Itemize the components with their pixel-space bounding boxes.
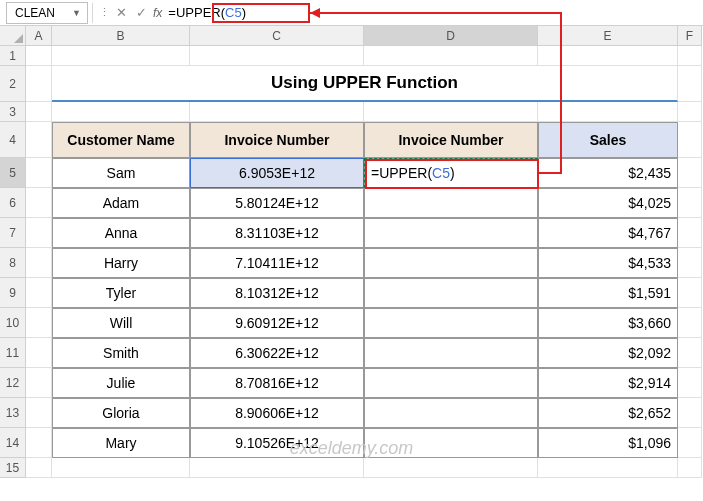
table-cell-blank[interactable]	[364, 428, 538, 458]
table-cell-name[interactable]: Smith	[52, 338, 190, 368]
cell[interactable]	[678, 218, 702, 248]
row-header[interactable]: 7	[0, 218, 26, 248]
more-icon[interactable]: ⋮	[99, 6, 109, 19]
cell[interactable]	[538, 458, 678, 478]
table-cell-name[interactable]: Adam	[52, 188, 190, 218]
chevron-down-icon[interactable]: ▼	[72, 8, 81, 18]
table-cell-blank[interactable]	[364, 308, 538, 338]
col-header-b[interactable]: B	[52, 26, 190, 46]
row-header[interactable]: 15	[0, 458, 26, 478]
col-header-f[interactable]: F	[678, 26, 702, 46]
table-cell-invoice[interactable]: 5.80124E+12	[190, 188, 364, 218]
cell[interactable]	[26, 248, 52, 278]
table-cell-blank[interactable]	[364, 248, 538, 278]
cell[interactable]	[26, 368, 52, 398]
row-header[interactable]: 6	[0, 188, 26, 218]
row-header[interactable]: 9	[0, 278, 26, 308]
editing-cell[interactable]: =UPPER(C5)	[364, 158, 538, 188]
cell[interactable]	[26, 338, 52, 368]
cell[interactable]	[26, 428, 52, 458]
cell[interactable]	[52, 458, 190, 478]
cell[interactable]	[364, 102, 538, 122]
table-cell-name[interactable]: Mary	[52, 428, 190, 458]
col-header-a[interactable]: A	[26, 26, 52, 46]
cell[interactable]	[678, 338, 702, 368]
table-cell-blank[interactable]	[364, 338, 538, 368]
cell[interactable]	[678, 188, 702, 218]
cell[interactable]	[678, 122, 702, 158]
cell[interactable]	[26, 308, 52, 338]
cell[interactable]	[26, 218, 52, 248]
table-cell-name[interactable]: Will	[52, 308, 190, 338]
table-cell-sales[interactable]: $1,591	[538, 278, 678, 308]
row-header[interactable]: 8	[0, 248, 26, 278]
table-cell-sales[interactable]: $2,092	[538, 338, 678, 368]
cell[interactable]	[26, 458, 52, 478]
name-box[interactable]: CLEAN ▼	[6, 2, 88, 24]
cell[interactable]	[190, 458, 364, 478]
table-cell-name[interactable]: Sam	[52, 158, 190, 188]
col-header-e[interactable]: E	[538, 26, 678, 46]
table-cell-sales[interactable]: $2,435	[538, 158, 678, 188]
col-header-d[interactable]: D	[364, 26, 538, 46]
table-cell-blank[interactable]	[364, 278, 538, 308]
row-header[interactable]: 2	[0, 66, 26, 102]
table-header-sales[interactable]: Sales	[538, 122, 678, 158]
cell[interactable]	[26, 278, 52, 308]
cell[interactable]	[538, 46, 678, 66]
cell[interactable]	[678, 308, 702, 338]
cell[interactable]	[678, 46, 702, 66]
table-cell-invoice[interactable]: 7.10411E+12	[190, 248, 364, 278]
table-cell-name[interactable]: Gloria	[52, 398, 190, 428]
formula-input[interactable]: =UPPER(C5)	[168, 2, 697, 24]
row-header[interactable]: 11	[0, 338, 26, 368]
table-cell-sales[interactable]: $1,096	[538, 428, 678, 458]
cell[interactable]	[678, 158, 702, 188]
table-cell-name[interactable]: Tyler	[52, 278, 190, 308]
cell[interactable]	[26, 102, 52, 122]
table-cell-sales[interactable]: $2,652	[538, 398, 678, 428]
cell[interactable]	[364, 46, 538, 66]
table-cell-sales[interactable]: $4,767	[538, 218, 678, 248]
table-cell-blank[interactable]	[364, 188, 538, 218]
table-cell-invoice[interactable]: 9.10526E+12	[190, 428, 364, 458]
cell[interactable]	[538, 102, 678, 122]
cell[interactable]	[678, 368, 702, 398]
table-cell-sales[interactable]: $4,533	[538, 248, 678, 278]
table-cell-invoice[interactable]: 6.9053E+12	[190, 158, 364, 188]
table-cell-invoice[interactable]: 8.70816E+12	[190, 368, 364, 398]
row-header[interactable]: 4	[0, 122, 26, 158]
cell[interactable]	[190, 46, 364, 66]
table-header-customer[interactable]: Customer Name	[52, 122, 190, 158]
cell[interactable]	[678, 458, 702, 478]
table-cell-invoice[interactable]: 8.31103E+12	[190, 218, 364, 248]
table-cell-invoice[interactable]: 8.90606E+12	[190, 398, 364, 428]
cancel-icon[interactable]: ✕	[111, 3, 131, 23]
cell[interactable]	[52, 46, 190, 66]
cell[interactable]	[678, 428, 702, 458]
row-header[interactable]: 12	[0, 368, 26, 398]
cell[interactable]	[52, 102, 190, 122]
row-header[interactable]: 14	[0, 428, 26, 458]
row-header[interactable]: 13	[0, 398, 26, 428]
cell[interactable]	[678, 278, 702, 308]
cell[interactable]	[678, 398, 702, 428]
col-header-c[interactable]: C	[190, 26, 364, 46]
cell[interactable]	[26, 188, 52, 218]
select-all-corner[interactable]	[0, 26, 26, 46]
cell[interactable]	[190, 102, 364, 122]
table-cell-invoice[interactable]: 8.10312E+12	[190, 278, 364, 308]
table-cell-name[interactable]: Harry	[52, 248, 190, 278]
row-header[interactable]: 1	[0, 46, 26, 66]
row-header[interactable]: 10	[0, 308, 26, 338]
table-cell-sales[interactable]: $3,660	[538, 308, 678, 338]
page-title[interactable]: Using UPPER Function	[52, 66, 678, 102]
accept-icon[interactable]: ✓	[131, 3, 151, 23]
row-header[interactable]: 5	[0, 158, 26, 188]
table-cell-sales[interactable]: $4,025	[538, 188, 678, 218]
table-header-invoice1[interactable]: Invoice Number	[190, 122, 364, 158]
table-header-invoice2[interactable]: Invoice Number	[364, 122, 538, 158]
table-cell-blank[interactable]	[364, 218, 538, 248]
table-cell-blank[interactable]	[364, 368, 538, 398]
row-header[interactable]: 3	[0, 102, 26, 122]
